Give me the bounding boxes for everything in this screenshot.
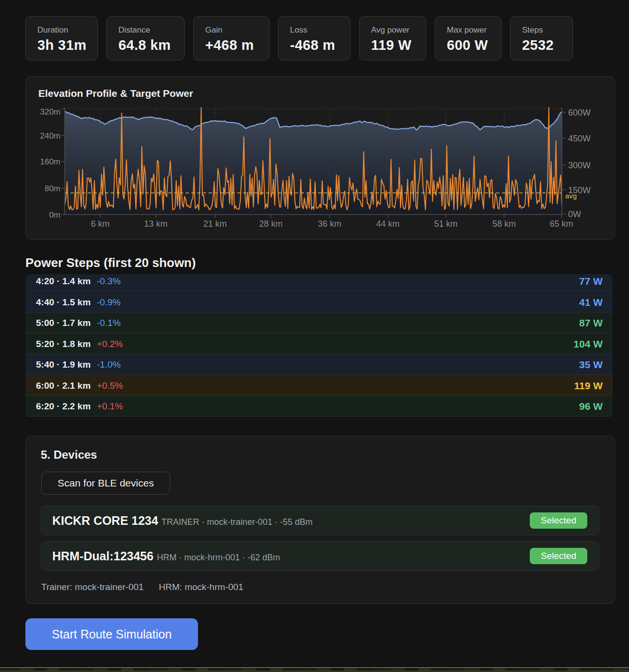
svg-text:80m: 80m: [45, 184, 60, 193]
svg-text:0m: 0m: [49, 210, 60, 220]
svg-text:36 km: 36 km: [318, 219, 341, 229]
svg-text:44 km: 44 km: [376, 219, 399, 229]
svg-text:58 km: 58 km: [492, 219, 516, 229]
svg-text:0W: 0W: [568, 209, 581, 219]
svg-text:240m: 240m: [40, 131, 60, 140]
svg-text:65 km: 65 km: [549, 219, 573, 229]
svg-text:300W: 300W: [568, 161, 591, 170]
svg-text:21 km: 21 km: [203, 219, 227, 229]
svg-text:320m: 320m: [40, 107, 60, 116]
svg-text:avg: avg: [565, 192, 577, 200]
svg-text:160m: 160m: [40, 157, 60, 166]
svg-text:6 km: 6 km: [91, 219, 109, 229]
svg-text:600W: 600W: [568, 108, 591, 117]
svg-text:13 km: 13 km: [144, 219, 167, 229]
svg-text:51 km: 51 km: [434, 219, 457, 229]
svg-text:28 km: 28 km: [259, 219, 282, 229]
svg-text:450W: 450W: [568, 134, 591, 143]
